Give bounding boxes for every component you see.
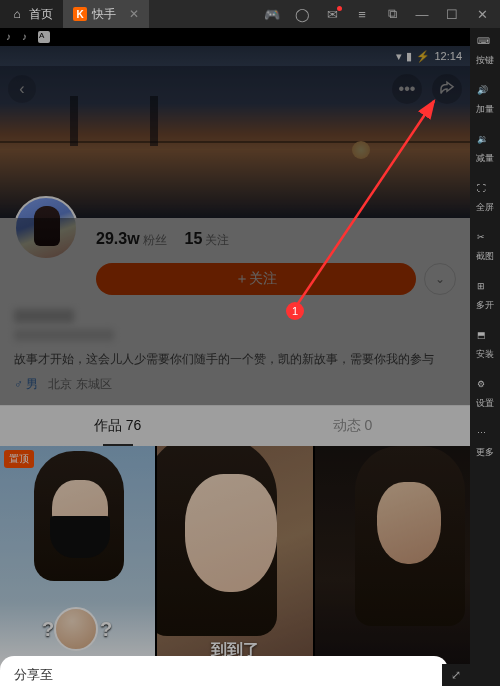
multi-icon: ⊞ bbox=[477, 281, 493, 297]
dots-icon: ⋯ bbox=[477, 428, 493, 444]
menu-icon[interactable]: ≡ bbox=[352, 4, 372, 24]
follow-button[interactable]: ＋关注 bbox=[96, 263, 416, 295]
signal-icon: ▮ bbox=[406, 50, 412, 63]
video-thumb-2[interactable]: 到到了 bbox=[157, 446, 312, 669]
tab-close-icon[interactable]: ✕ bbox=[129, 7, 139, 21]
video-thumb-3[interactable] bbox=[315, 446, 470, 669]
profile-cover: ‹ ••• bbox=[0, 66, 470, 218]
username-redacted bbox=[14, 309, 74, 323]
emulator-screen: ♪ ♪ A ▾ ▮ ⚡ 12:14 ‹ ••• bbox=[0, 28, 470, 686]
side-volume-up[interactable]: 🔊加量 bbox=[476, 85, 494, 116]
fullscreen-icon: ⛶ bbox=[477, 183, 493, 199]
annotation-badge: 1 bbox=[286, 302, 304, 320]
gamepad-icon[interactable]: 🎮 bbox=[262, 4, 282, 24]
fans-label: 粉丝 bbox=[143, 233, 167, 247]
fans-count: 29.3w bbox=[96, 230, 140, 247]
inset-avatar bbox=[54, 607, 98, 651]
gender-badge: ♂ 男 bbox=[14, 376, 38, 393]
tab-home-label: 首页 bbox=[29, 6, 53, 23]
expand-button[interactable]: ⌄ bbox=[424, 263, 456, 295]
close-window-icon[interactable]: ✕ bbox=[472, 4, 492, 24]
tab-home[interactable]: ⌂ 首页 bbox=[0, 0, 63, 28]
phone-status-bar: ▾ ▮ ⚡ 12:14 bbox=[0, 46, 470, 66]
video-thumb-1[interactable]: ?? 置顶 bbox=[0, 446, 155, 669]
side-keyboard[interactable]: ⌨按键 bbox=[476, 36, 494, 67]
wifi-icon: ▾ bbox=[396, 50, 402, 63]
tab-moments[interactable]: 动态 0 bbox=[235, 406, 470, 446]
avatar[interactable] bbox=[14, 196, 78, 260]
profile-stats: 29.3w粉丝 15关注 bbox=[96, 218, 456, 249]
mail-icon[interactable]: ✉ bbox=[322, 4, 342, 24]
volume-up-icon: 🔊 bbox=[477, 85, 493, 101]
apk-icon: ⬒ bbox=[477, 330, 493, 346]
emulator-mini-bar: ♪ ♪ A bbox=[0, 28, 470, 46]
fans-stat[interactable]: 29.3w粉丝 bbox=[96, 230, 167, 249]
badge-a-icon[interactable]: A bbox=[38, 31, 50, 43]
side-more[interactable]: ⋯更多 bbox=[476, 428, 494, 459]
keyboard-icon: ⌨ bbox=[477, 36, 493, 52]
video-grid: ?? 置顶 到到了 bbox=[0, 446, 470, 686]
user-icon[interactable]: ◯ bbox=[292, 4, 312, 24]
window-titlebar: ⌂ 首页 K 快手 ✕ 🎮 ◯ ✉ ≡ ⧉ — ☐ ✕ bbox=[0, 0, 500, 28]
location-text: 北京 东城区 bbox=[48, 376, 111, 393]
side-multi[interactable]: ⊞多开 bbox=[476, 281, 494, 312]
side-volume-down[interactable]: 🔉减量 bbox=[476, 134, 494, 165]
share-button[interactable] bbox=[432, 74, 462, 104]
tab-works[interactable]: 作品 76 bbox=[0, 406, 235, 446]
pin-badge: 置顶 bbox=[4, 450, 34, 468]
shrink-icon[interactable]: ⧉ bbox=[382, 4, 402, 24]
back-button[interactable]: ‹ bbox=[8, 75, 36, 103]
maximize-icon[interactable]: ☐ bbox=[442, 4, 462, 24]
volume-down-icon: 🔉 bbox=[477, 134, 493, 150]
following-stat[interactable]: 15关注 bbox=[185, 230, 230, 249]
profile-info-row: ♂ 男 北京 东城区 bbox=[14, 376, 456, 393]
side-fullscreen[interactable]: ⛶全屏 bbox=[476, 183, 494, 214]
side-settings[interactable]: ⚙设置 bbox=[476, 379, 494, 410]
battery-icon: ⚡ bbox=[416, 50, 430, 63]
tiktok-mini-icon[interactable]: ♪ bbox=[22, 31, 34, 43]
tab-kuaishou[interactable]: K 快手 ✕ bbox=[63, 0, 149, 28]
kuaishou-icon: K bbox=[73, 7, 87, 21]
more-options-button[interactable]: ••• bbox=[392, 74, 422, 104]
minimize-icon[interactable]: — bbox=[412, 4, 432, 24]
emulator-sidebar: ⌨按键 🔊加量 🔉减量 ⛶全屏 ✂截图 ⊞多开 ⬒安装 ⚙设置 ⋯更多 bbox=[470, 28, 500, 686]
side-install[interactable]: ⬒安装 bbox=[476, 330, 494, 361]
userid-redacted bbox=[14, 329, 114, 341]
profile-tabs: 作品 76 动态 0 bbox=[0, 405, 470, 446]
status-time: 12:14 bbox=[434, 50, 462, 62]
share-icon bbox=[438, 80, 456, 98]
rocket-icon[interactable]: ♪ bbox=[6, 31, 18, 43]
tab-kuaishou-label: 快手 bbox=[92, 6, 116, 23]
titlebar-actions: 🎮 ◯ ✉ ≡ ⧉ — ☐ ✕ bbox=[262, 4, 500, 24]
side-screenshot[interactable]: ✂截图 bbox=[476, 232, 494, 263]
workspace: ♪ ♪ A ▾ ▮ ⚡ 12:14 ‹ ••• bbox=[0, 28, 500, 686]
share-sheet-title: 分享至 bbox=[14, 667, 53, 682]
gear-icon: ⚙ bbox=[477, 379, 493, 395]
profile-bio: 故事才开始，这会儿人少需要你们随手的一个赞，凯的新故事，需要你我的参与 bbox=[14, 351, 456, 368]
profile-section: 29.3w粉丝 15关注 ＋关注 ⌄ 故事才开始，这会儿人少需要你们随手的一个赞… bbox=[0, 218, 470, 405]
following-label: 关注 bbox=[205, 233, 229, 247]
following-count: 15 bbox=[185, 230, 203, 247]
scissors-icon: ✂ bbox=[477, 232, 493, 248]
home-icon: ⌂ bbox=[10, 7, 24, 21]
share-sheet[interactable]: 分享至 bbox=[0, 656, 448, 686]
resize-handle[interactable]: ⤢ bbox=[442, 664, 470, 686]
